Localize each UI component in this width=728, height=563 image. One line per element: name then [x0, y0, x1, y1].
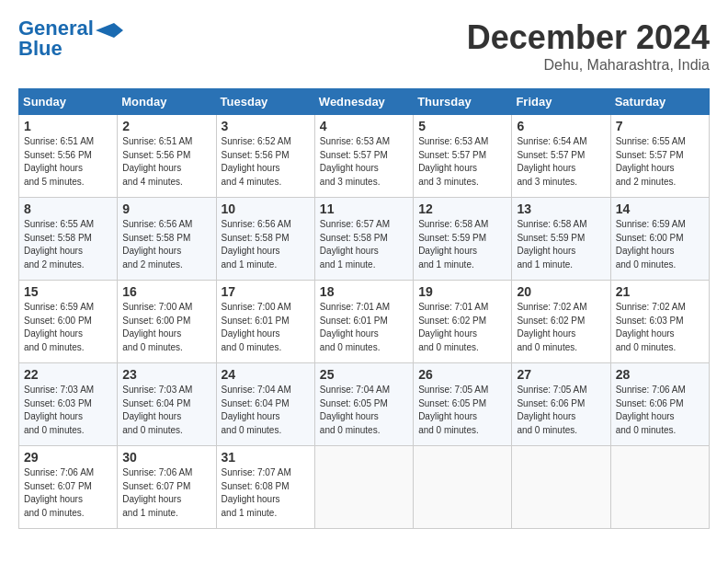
page-header: GeneralBlue December 2024 Dehu, Maharash… [18, 18, 710, 74]
table-row: 9 Sunrise: 6:56 AMSunset: 5:58 PMDayligh… [118, 198, 216, 281]
table-row: 1 Sunrise: 6:51 AMSunset: 5:56 PMDayligh… [19, 115, 118, 198]
col-saturday: Saturday [610, 89, 709, 115]
table-row: 5 Sunrise: 6:53 AMSunset: 5:57 PMDayligh… [414, 115, 512, 198]
title-area: December 2024 Dehu, Maharashtra, India [467, 18, 710, 74]
table-row: 18 Sunrise: 7:01 AMSunset: 6:01 PMDaylig… [314, 281, 413, 363]
table-row: 28 Sunrise: 7:06 AMSunset: 6:06 PMDaylig… [610, 363, 709, 446]
table-row: 22 Sunrise: 7:03 AMSunset: 6:03 PMDaylig… [19, 363, 118, 446]
location: Dehu, Maharashtra, India [467, 57, 710, 74]
col-friday: Friday [512, 89, 610, 115]
table-row: 29 Sunrise: 7:06 AMSunset: 6:07 PMDaylig… [19, 446, 118, 529]
table-row: 23 Sunrise: 7:03 AMSunset: 6:04 PMDaylig… [118, 363, 216, 446]
table-row [414, 446, 512, 529]
table-row: 11 Sunrise: 6:57 AMSunset: 5:58 PMDaylig… [314, 198, 413, 281]
table-row: 13 Sunrise: 6:58 AMSunset: 5:59 PMDaylig… [512, 198, 610, 281]
calendar-header-row: Sunday Monday Tuesday Wednesday Thursday… [19, 89, 710, 115]
table-row: 25 Sunrise: 7:04 AMSunset: 6:05 PMDaylig… [314, 363, 413, 446]
table-row: 16 Sunrise: 7:00 AMSunset: 6:00 PMDaylig… [118, 281, 216, 363]
table-row: 24 Sunrise: 7:04 AMSunset: 6:04 PMDaylig… [216, 363, 314, 446]
col-wednesday: Wednesday [314, 89, 413, 115]
calendar-table: Sunday Monday Tuesday Wednesday Thursday… [18, 88, 710, 529]
table-row: 19 Sunrise: 7:01 AMSunset: 6:02 PMDaylig… [414, 281, 512, 363]
table-row: 14 Sunrise: 6:59 AMSunset: 6:00 PMDaylig… [610, 198, 709, 281]
table-row [610, 446, 709, 529]
table-row: 26 Sunrise: 7:05 AMSunset: 6:05 PMDaylig… [414, 363, 512, 446]
table-row: 10 Sunrise: 6:56 AMSunset: 5:58 PMDaylig… [216, 198, 314, 281]
table-row [512, 446, 610, 529]
table-row: 4 Sunrise: 6:53 AMSunset: 5:57 PMDayligh… [314, 115, 413, 198]
col-thursday: Thursday [414, 89, 512, 115]
table-row: 20 Sunrise: 7:02 AMSunset: 6:02 PMDaylig… [512, 281, 610, 363]
logo-text: GeneralBlue [18, 18, 94, 59]
table-row: 2 Sunrise: 6:51 AMSunset: 5:56 PMDayligh… [118, 115, 216, 198]
logo: GeneralBlue [18, 18, 123, 59]
table-row: 6 Sunrise: 6:54 AMSunset: 5:57 PMDayligh… [512, 115, 610, 198]
table-row: 12 Sunrise: 6:58 AMSunset: 5:59 PMDaylig… [414, 198, 512, 281]
calendar-week-row: 15 Sunrise: 6:59 AMSunset: 6:00 PMDaylig… [19, 281, 710, 363]
table-row [314, 446, 413, 529]
calendar-body: 1 Sunrise: 6:51 AMSunset: 5:56 PMDayligh… [19, 115, 710, 529]
col-tuesday: Tuesday [216, 89, 314, 115]
calendar-week-row: 1 Sunrise: 6:51 AMSunset: 5:56 PMDayligh… [19, 115, 710, 198]
logo-icon [96, 23, 123, 38]
col-monday: Monday [118, 89, 216, 115]
table-row: 21 Sunrise: 7:02 AMSunset: 6:03 PMDaylig… [610, 281, 709, 363]
table-row: 27 Sunrise: 7:05 AMSunset: 6:06 PMDaylig… [512, 363, 610, 446]
table-row: 7 Sunrise: 6:55 AMSunset: 5:57 PMDayligh… [610, 115, 709, 198]
month-title: December 2024 [467, 18, 710, 57]
col-sunday: Sunday [19, 89, 118, 115]
table-row: 8 Sunrise: 6:55 AMSunset: 5:58 PMDayligh… [19, 198, 118, 281]
svg-marker-0 [96, 23, 123, 38]
table-row: 17 Sunrise: 7:00 AMSunset: 6:01 PMDaylig… [216, 281, 314, 363]
calendar-week-row: 22 Sunrise: 7:03 AMSunset: 6:03 PMDaylig… [19, 363, 710, 446]
calendar-week-row: 29 Sunrise: 7:06 AMSunset: 6:07 PMDaylig… [19, 446, 710, 529]
table-row: 30 Sunrise: 7:06 AMSunset: 6:07 PMDaylig… [118, 446, 216, 529]
calendar-week-row: 8 Sunrise: 6:55 AMSunset: 5:58 PMDayligh… [19, 198, 710, 281]
table-row: 31 Sunrise: 7:07 AMSunset: 6:08 PMDaylig… [216, 446, 314, 529]
table-row: 3 Sunrise: 6:52 AMSunset: 5:56 PMDayligh… [216, 115, 314, 198]
table-row: 15 Sunrise: 6:59 AMSunset: 6:00 PMDaylig… [19, 281, 118, 363]
